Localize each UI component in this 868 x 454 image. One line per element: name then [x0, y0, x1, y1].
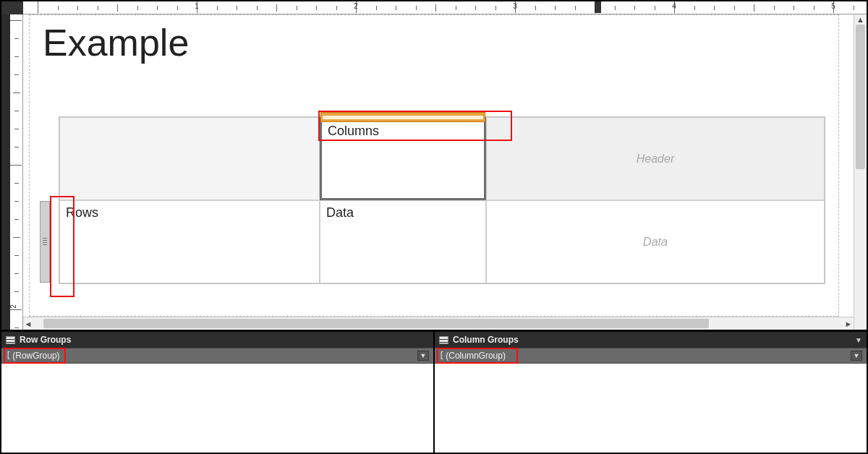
ruler-corner	[1, 1, 23, 14]
column-group-dropdown-button[interactable]: ▼	[851, 351, 862, 361]
tablix-corner-cell[interactable]	[59, 117, 320, 200]
scroll-right-arrow-icon[interactable]: ►	[843, 320, 854, 328]
design-canvas[interactable]: Example Columns Header	[23, 14, 854, 317]
h-scroll-track[interactable]	[33, 317, 843, 330]
vertical-ruler[interactable]: 2	[10, 14, 23, 330]
column-groups-pane: Column Groups ▼ [ (ColumnGroup) ▼	[433, 332, 867, 453]
tablix-data-row: Rows Data Data	[59, 200, 825, 283]
bracket-icon: [	[439, 351, 444, 361]
data-placeholder: Data	[643, 236, 668, 249]
left-gutter	[1, 14, 10, 330]
scroll-left-arrow-icon[interactable]: ◄	[23, 320, 33, 328]
columns-label: Columns	[328, 124, 379, 138]
row-group-dropdown-button[interactable]: ▼	[417, 351, 429, 361]
design-area: 2 Example Columns Header	[1, 14, 867, 331]
tablix-column-header-cell[interactable]: Columns	[320, 117, 486, 200]
grouping-pane: Row Groups [ (RowGroup) ▼ Column Groups …	[1, 331, 867, 453]
data-label: Data	[326, 205, 354, 220]
report-title[interactable]: Example	[43, 21, 189, 64]
row-groups-pane: Row Groups [ (RowGroup) ▼	[1, 332, 433, 453]
horizontal-scrollbar[interactable]: ◄ ►	[23, 317, 854, 330]
column-groups-body[interactable]	[435, 364, 867, 453]
rows-label: Rows	[66, 205, 98, 220]
scroll-up-arrow-icon[interactable]: ▲	[856, 15, 864, 24]
tablix-data-cell[interactable]: Data	[320, 200, 486, 283]
horizontal-ruler[interactable]: 12345	[23, 1, 867, 14]
column-group-name: (ColumnGroup)	[446, 351, 506, 361]
row-groups-body[interactable]	[1, 364, 433, 453]
row-group-name: (RowGroup)	[12, 351, 59, 361]
bracket-icon: [	[6, 351, 11, 361]
h-scroll-thumb[interactable]	[43, 319, 709, 328]
tablix-static-header-cell[interactable]: Header	[486, 117, 825, 200]
column-selection-handle[interactable]	[320, 112, 485, 122]
tablix-header-row: Columns Header	[59, 117, 825, 200]
grid-icon	[6, 336, 15, 344]
row-groups-title: Row Groups	[20, 335, 71, 345]
tablix-static-data-cell[interactable]: Data	[486, 200, 825, 283]
canvas-wrap: Example Columns Header	[23, 14, 854, 330]
app-root: 12345 2 Example Columns	[1, 1, 867, 453]
grouping-pane-menu-button[interactable]: ▼	[855, 336, 862, 344]
column-groups-header[interactable]: Column Groups ▼	[435, 332, 867, 348]
top-ruler-strip: 12345	[1, 1, 867, 14]
report-body[interactable]: Example Columns Header	[29, 14, 839, 317]
row-groups-header[interactable]: Row Groups	[1, 332, 433, 348]
column-groups-title: Column Groups	[453, 335, 519, 345]
grid-icon	[439, 336, 448, 344]
vertical-scrollbar[interactable]: ▲	[854, 14, 867, 330]
row-selection-handle[interactable]	[40, 201, 50, 283]
header-placeholder: Header	[637, 153, 674, 166]
tablix[interactable]: Columns Header Rows	[59, 116, 825, 284]
tablix-row-header-cell[interactable]: Rows	[59, 200, 320, 283]
row-group-item[interactable]: [ (RowGroup) ▼	[1, 348, 433, 364]
v-scroll-thumb[interactable]	[856, 25, 865, 169]
column-group-item[interactable]: [ (ColumnGroup) ▼	[435, 348, 867, 364]
